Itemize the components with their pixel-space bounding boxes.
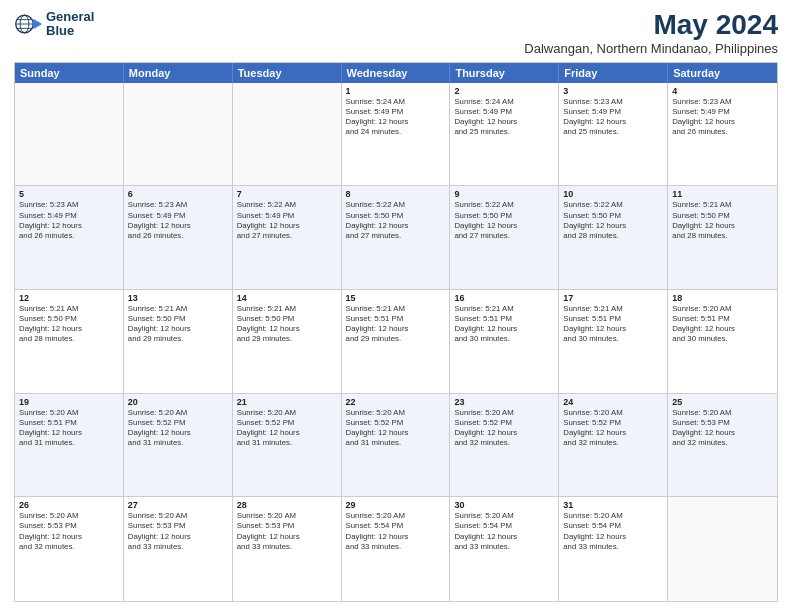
cell-day-number: 19 — [19, 397, 119, 407]
calendar-cell-30: 30Sunrise: 5:20 AM Sunset: 5:54 PM Dayli… — [450, 497, 559, 601]
cell-info: Sunrise: 5:21 AM Sunset: 5:50 PM Dayligh… — [237, 304, 337, 345]
calendar-cell-25: 25Sunrise: 5:20 AM Sunset: 5:53 PM Dayli… — [668, 394, 777, 497]
calendar-cell-28: 28Sunrise: 5:20 AM Sunset: 5:53 PM Dayli… — [233, 497, 342, 601]
cell-info: Sunrise: 5:21 AM Sunset: 5:51 PM Dayligh… — [563, 304, 663, 345]
logo-icon — [14, 10, 42, 38]
cell-info: Sunrise: 5:20 AM Sunset: 5:54 PM Dayligh… — [454, 511, 554, 552]
logo-line1: General — [46, 10, 94, 24]
calendar-cell-21: 21Sunrise: 5:20 AM Sunset: 5:52 PM Dayli… — [233, 394, 342, 497]
calendar-row: 1Sunrise: 5:24 AM Sunset: 5:49 PM Daylig… — [15, 83, 777, 187]
cell-day-number: 9 — [454, 189, 554, 199]
cell-info: Sunrise: 5:21 AM Sunset: 5:51 PM Dayligh… — [346, 304, 446, 345]
cell-info: Sunrise: 5:23 AM Sunset: 5:49 PM Dayligh… — [19, 200, 119, 241]
calendar-cell-17: 17Sunrise: 5:21 AM Sunset: 5:51 PM Dayli… — [559, 290, 668, 393]
cell-day-number: 12 — [19, 293, 119, 303]
cell-info: Sunrise: 5:20 AM Sunset: 5:52 PM Dayligh… — [128, 408, 228, 449]
cell-info: Sunrise: 5:20 AM Sunset: 5:52 PM Dayligh… — [563, 408, 663, 449]
cell-info: Sunrise: 5:20 AM Sunset: 5:52 PM Dayligh… — [346, 408, 446, 449]
cell-day-number: 2 — [454, 86, 554, 96]
cell-day-number: 22 — [346, 397, 446, 407]
cell-day-number: 31 — [563, 500, 663, 510]
day-header-wednesday: Wednesday — [342, 63, 451, 83]
cell-day-number: 16 — [454, 293, 554, 303]
cell-info: Sunrise: 5:20 AM Sunset: 5:51 PM Dayligh… — [19, 408, 119, 449]
cell-day-number: 4 — [672, 86, 773, 96]
calendar-cell-12: 12Sunrise: 5:21 AM Sunset: 5:50 PM Dayli… — [15, 290, 124, 393]
cell-info: Sunrise: 5:20 AM Sunset: 5:52 PM Dayligh… — [237, 408, 337, 449]
cell-day-number: 10 — [563, 189, 663, 199]
cell-day-number: 11 — [672, 189, 773, 199]
calendar-cell-18: 18Sunrise: 5:20 AM Sunset: 5:51 PM Dayli… — [668, 290, 777, 393]
header: General Blue May 2024 Dalwangan, Norther… — [14, 10, 778, 56]
logo-line2: Blue — [46, 24, 94, 38]
cell-info: Sunrise: 5:22 AM Sunset: 5:50 PM Dayligh… — [346, 200, 446, 241]
day-header-friday: Friday — [559, 63, 668, 83]
cell-day-number: 18 — [672, 293, 773, 303]
cell-day-number: 14 — [237, 293, 337, 303]
cell-day-number: 25 — [672, 397, 773, 407]
cell-info: Sunrise: 5:22 AM Sunset: 5:50 PM Dayligh… — [454, 200, 554, 241]
cell-info: Sunrise: 5:21 AM Sunset: 5:50 PM Dayligh… — [128, 304, 228, 345]
cell-info: Sunrise: 5:20 AM Sunset: 5:53 PM Dayligh… — [237, 511, 337, 552]
calendar-cell-1: 1Sunrise: 5:24 AM Sunset: 5:49 PM Daylig… — [342, 83, 451, 186]
cell-day-number: 15 — [346, 293, 446, 303]
calendar-cell-4: 4Sunrise: 5:23 AM Sunset: 5:49 PM Daylig… — [668, 83, 777, 186]
calendar-cell-26: 26Sunrise: 5:20 AM Sunset: 5:53 PM Dayli… — [15, 497, 124, 601]
calendar-cell-29: 29Sunrise: 5:20 AM Sunset: 5:54 PM Dayli… — [342, 497, 451, 601]
title-area: May 2024 Dalwangan, Northern Mindanao, P… — [524, 10, 778, 56]
calendar-cell-14: 14Sunrise: 5:21 AM Sunset: 5:50 PM Dayli… — [233, 290, 342, 393]
cell-info: Sunrise: 5:24 AM Sunset: 5:49 PM Dayligh… — [454, 97, 554, 138]
cell-day-number: 23 — [454, 397, 554, 407]
cell-info: Sunrise: 5:23 AM Sunset: 5:49 PM Dayligh… — [672, 97, 773, 138]
calendar-cell-10: 10Sunrise: 5:22 AM Sunset: 5:50 PM Dayli… — [559, 186, 668, 289]
calendar-cell-13: 13Sunrise: 5:21 AM Sunset: 5:50 PM Dayli… — [124, 290, 233, 393]
calendar-row: 26Sunrise: 5:20 AM Sunset: 5:53 PM Dayli… — [15, 497, 777, 601]
cell-day-number: 29 — [346, 500, 446, 510]
page: General Blue May 2024 Dalwangan, Norther… — [0, 0, 792, 612]
cell-info: Sunrise: 5:20 AM Sunset: 5:53 PM Dayligh… — [672, 408, 773, 449]
cell-day-number: 21 — [237, 397, 337, 407]
calendar-cell-empty — [233, 83, 342, 186]
cell-day-number: 24 — [563, 397, 663, 407]
calendar-grid: 1Sunrise: 5:24 AM Sunset: 5:49 PM Daylig… — [15, 83, 777, 601]
cell-day-number: 20 — [128, 397, 228, 407]
calendar-cell-7: 7Sunrise: 5:22 AM Sunset: 5:49 PM Daylig… — [233, 186, 342, 289]
calendar-cell-15: 15Sunrise: 5:21 AM Sunset: 5:51 PM Dayli… — [342, 290, 451, 393]
cell-day-number: 28 — [237, 500, 337, 510]
calendar-cell-23: 23Sunrise: 5:20 AM Sunset: 5:52 PM Dayli… — [450, 394, 559, 497]
calendar-cell-6: 6Sunrise: 5:23 AM Sunset: 5:49 PM Daylig… — [124, 186, 233, 289]
calendar-cell-empty — [15, 83, 124, 186]
calendar-cell-27: 27Sunrise: 5:20 AM Sunset: 5:53 PM Dayli… — [124, 497, 233, 601]
day-header-thursday: Thursday — [450, 63, 559, 83]
calendar-cell-empty — [668, 497, 777, 601]
cell-day-number: 13 — [128, 293, 228, 303]
logo: General Blue — [14, 10, 94, 39]
logo-text: General Blue — [46, 10, 94, 39]
cell-info: Sunrise: 5:21 AM Sunset: 5:50 PM Dayligh… — [19, 304, 119, 345]
calendar-cell-8: 8Sunrise: 5:22 AM Sunset: 5:50 PM Daylig… — [342, 186, 451, 289]
cell-day-number: 6 — [128, 189, 228, 199]
calendar-cell-2: 2Sunrise: 5:24 AM Sunset: 5:49 PM Daylig… — [450, 83, 559, 186]
cell-info: Sunrise: 5:23 AM Sunset: 5:49 PM Dayligh… — [563, 97, 663, 138]
main-title: May 2024 — [524, 10, 778, 41]
cell-info: Sunrise: 5:20 AM Sunset: 5:51 PM Dayligh… — [672, 304, 773, 345]
cell-info: Sunrise: 5:23 AM Sunset: 5:49 PM Dayligh… — [128, 200, 228, 241]
cell-info: Sunrise: 5:24 AM Sunset: 5:49 PM Dayligh… — [346, 97, 446, 138]
cell-day-number: 3 — [563, 86, 663, 96]
calendar-cell-9: 9Sunrise: 5:22 AM Sunset: 5:50 PM Daylig… — [450, 186, 559, 289]
cell-day-number: 27 — [128, 500, 228, 510]
cell-info: Sunrise: 5:20 AM Sunset: 5:53 PM Dayligh… — [19, 511, 119, 552]
cell-day-number: 30 — [454, 500, 554, 510]
calendar-cell-3: 3Sunrise: 5:23 AM Sunset: 5:49 PM Daylig… — [559, 83, 668, 186]
cell-info: Sunrise: 5:22 AM Sunset: 5:49 PM Dayligh… — [237, 200, 337, 241]
cell-info: Sunrise: 5:22 AM Sunset: 5:50 PM Dayligh… — [563, 200, 663, 241]
cell-info: Sunrise: 5:20 AM Sunset: 5:54 PM Dayligh… — [563, 511, 663, 552]
calendar-row: 19Sunrise: 5:20 AM Sunset: 5:51 PM Dayli… — [15, 394, 777, 498]
calendar-row: 12Sunrise: 5:21 AM Sunset: 5:50 PM Dayli… — [15, 290, 777, 394]
calendar-cell-5: 5Sunrise: 5:23 AM Sunset: 5:49 PM Daylig… — [15, 186, 124, 289]
cell-info: Sunrise: 5:20 AM Sunset: 5:52 PM Dayligh… — [454, 408, 554, 449]
cell-day-number: 8 — [346, 189, 446, 199]
cell-day-number: 26 — [19, 500, 119, 510]
cell-info: Sunrise: 5:20 AM Sunset: 5:53 PM Dayligh… — [128, 511, 228, 552]
calendar-cell-24: 24Sunrise: 5:20 AM Sunset: 5:52 PM Dayli… — [559, 394, 668, 497]
